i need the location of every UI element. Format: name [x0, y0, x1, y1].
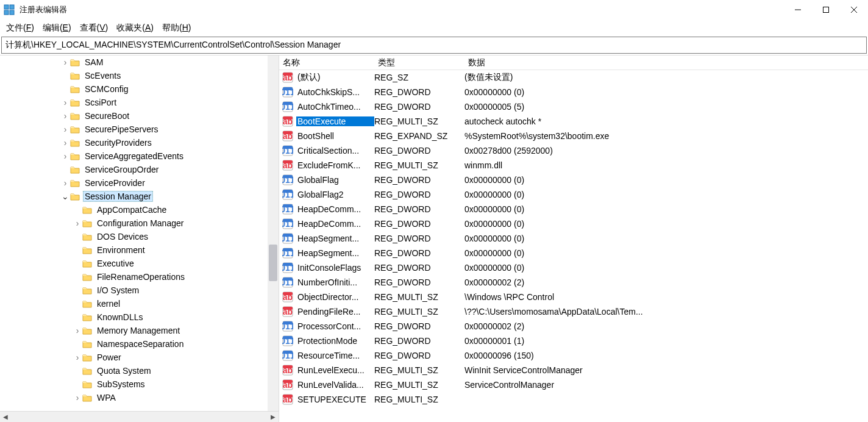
value-row[interactable]: HeapSegment...REG_DWORD0x00000000 (0) — [279, 246, 868, 260]
scroll-left-arrow[interactable]: ◀ — [0, 412, 11, 423]
close-button[interactable] — [840, 0, 868, 20]
tree-item[interactable]: ⌄Session Manager — [0, 190, 279, 203]
chevron-right-icon[interactable]: › — [61, 57, 69, 67]
string-value-icon — [282, 115, 294, 127]
menu-favorites[interactable]: 收藏夹(A) — [116, 23, 154, 34]
chevron-down-icon[interactable]: ⌄ — [61, 191, 69, 201]
tree-item[interactable]: ›SAM — [0, 55, 279, 69]
value-name: PendingFileRe... — [296, 307, 374, 316]
list-body[interactable]: (默认)REG_SZ(数值未设置)AutoChkSkipS...REG_DWOR… — [279, 70, 868, 422]
chevron-right-icon[interactable]: › — [73, 218, 82, 228]
value-row[interactable]: HeapDeComm...REG_DWORD0x00000000 (0) — [279, 216, 868, 231]
tree-item[interactable]: ›Configuration Manager — [0, 216, 279, 230]
tree-item[interactable]: kernel — [0, 297, 279, 310]
value-data: 0x00000002 (2) — [464, 277, 868, 287]
value-name: BootExecute — [296, 116, 374, 126]
chevron-right-icon[interactable]: › — [61, 111, 69, 121]
tree-item[interactable]: ›Memory Management — [0, 324, 279, 337]
chevron-right-icon[interactable]: › — [61, 124, 69, 134]
tree-item[interactable]: AppCompatCache — [0, 203, 279, 216]
chevron-right-icon[interactable]: › — [61, 138, 69, 148]
tree-item[interactable]: Executive — [0, 257, 279, 270]
menu-view[interactable]: 查看(V) — [80, 23, 108, 34]
tree-item[interactable]: ›ScsiPort — [0, 96, 279, 109]
menu-edit[interactable]: 编辑(E) — [43, 23, 71, 34]
value-row[interactable]: PendingFileRe...REG_MULTI_SZ\??\C:\Users… — [279, 304, 868, 319]
value-row[interactable]: CriticalSection...REG_DWORD0x00278d00 (2… — [279, 143, 868, 158]
column-header-type[interactable]: 类型 — [374, 57, 464, 68]
list-header: 名称 类型 数据 — [279, 55, 868, 70]
folder-icon — [82, 312, 93, 323]
value-row[interactable]: NumberOfIniti...REG_DWORD0x00000002 (2) — [279, 275, 868, 290]
address-bar[interactable]: 计算机\HKEY_LOCAL_MACHINE\SYSTEM\CurrentCon… — [1, 37, 867, 54]
value-row[interactable]: (默认)REG_SZ(数值未设置) — [279, 70, 868, 85]
chevron-right-icon[interactable]: › — [73, 352, 82, 362]
tree-item[interactable]: FileRenameOperations — [0, 270, 279, 284]
value-row[interactable]: BootExecuteREG_MULTI_SZautocheck autochk… — [279, 114, 868, 129]
binary-value-icon — [282, 145, 294, 157]
tree-item-label: ScEvents — [83, 71, 123, 80]
chevron-right-icon[interactable]: › — [61, 178, 69, 188]
tree-item[interactable]: ScEvents — [0, 69, 279, 82]
chevron-right-icon[interactable]: › — [61, 151, 69, 161]
chevron-right-icon[interactable]: › — [73, 326, 82, 335]
chevron-right-icon[interactable]: › — [61, 98, 69, 107]
tree-horizontal-scrollbar[interactable]: ◀ ▶ — [0, 411, 279, 422]
value-row[interactable]: GlobalFlag2REG_DWORD0x00000000 (0) — [279, 187, 868, 202]
value-row[interactable]: ExcludeFromK...REG_MULTI_SZwinmm.dll — [279, 158, 868, 173]
tree-item[interactable]: ›SecurityProviders — [0, 136, 279, 149]
value-row[interactable]: ProtectionModeREG_DWORD0x00000001 (1) — [279, 334, 868, 348]
tree-item[interactable]: ServiceGroupOrder — [0, 163, 279, 176]
tree-body[interactable]: ›SAMScEventsSCMConfig›ScsiPort›SecureBoo… — [0, 55, 279, 411]
scrollbar-track[interactable] — [11, 412, 268, 422]
tree-item-label: ServiceAggregatedEvents — [83, 151, 185, 161]
scroll-right-arrow[interactable]: ▶ — [268, 412, 279, 423]
tree-item-label: SecureBoot — [83, 111, 131, 121]
tree-item[interactable]: ›Power — [0, 351, 279, 364]
tree-item[interactable]: ›SecureBoot — [0, 109, 279, 123]
menu-file[interactable]: 文件(F) — [6, 23, 34, 34]
tree-item[interactable]: SubSystems — [0, 377, 279, 391]
value-type: REG_DWORD — [374, 263, 464, 273]
value-name: GlobalFlag — [296, 175, 374, 185]
tree-item[interactable]: ›ServiceAggregatedEvents — [0, 149, 279, 163]
tree-item[interactable]: Environment — [0, 243, 279, 257]
menu-help[interactable]: 帮助(H) — [162, 23, 191, 34]
value-row[interactable]: BootShellREG_EXPAND_SZ%SystemRoot%\syste… — [279, 129, 868, 143]
tree-item[interactable]: ›WPA — [0, 391, 279, 404]
column-header-name[interactable]: 名称 — [279, 57, 374, 68]
value-row[interactable]: SETUPEXECUTEREG_MULTI_SZ — [279, 392, 868, 407]
value-row[interactable]: AutoChkTimeo...REG_DWORD0x00000005 (5) — [279, 99, 868, 114]
tree-item[interactable]: I/O System — [0, 284, 279, 297]
tree-item[interactable]: Quota System — [0, 364, 279, 377]
value-row[interactable]: RunLevelValida...REG_MULTI_SZServiceCont… — [279, 377, 868, 392]
svg-rect-2 — [4, 10, 9, 15]
tree-item[interactable]: ›ServiceProvider — [0, 176, 279, 190]
titlebar: 注册表编辑器 — [0, 0, 868, 20]
value-row[interactable]: InitConsoleFlagsREG_DWORD0x00000000 (0) — [279, 260, 868, 275]
value-row[interactable]: RunLevelExecu...REG_MULTI_SZWinInit Serv… — [279, 363, 868, 377]
folder-icon — [82, 379, 93, 390]
value-type: REG_DWORD — [374, 351, 464, 360]
tree-item[interactable]: NamespaceSeparation — [0, 337, 279, 351]
tree-item[interactable]: ›SecurePipeServers — [0, 123, 279, 136]
value-type: REG_SZ — [374, 73, 464, 82]
value-row[interactable]: ResourceTime...REG_DWORD0x00000096 (150) — [279, 348, 868, 363]
value-row[interactable]: HeapDeComm...REG_DWORD0x00000000 (0) — [279, 202, 868, 216]
maximize-button[interactable] — [812, 0, 840, 20]
tree-item[interactable]: KnownDLLs — [0, 310, 279, 324]
column-header-data[interactable]: 数据 — [464, 57, 868, 68]
tree-vertical-scrollbar[interactable] — [268, 55, 279, 411]
value-row[interactable]: ProcessorCont...REG_DWORD0x00000002 (2) — [279, 319, 868, 334]
value-row[interactable]: ObjectDirector...REG_MULTI_SZ\Windows \R… — [279, 290, 868, 304]
value-name: HeapSegment... — [296, 248, 374, 258]
tree-item[interactable]: SCMConfig — [0, 82, 279, 96]
value-row[interactable]: GlobalFlagREG_DWORD0x00000000 (0) — [279, 173, 868, 187]
value-data: (数值未设置) — [464, 72, 868, 83]
value-row[interactable]: HeapSegment...REG_DWORD0x00000000 (0) — [279, 231, 868, 246]
value-row[interactable]: AutoChkSkipS...REG_DWORD0x00000000 (0) — [279, 85, 868, 99]
chevron-right-icon[interactable]: › — [73, 393, 82, 402]
minimize-button[interactable] — [784, 0, 812, 20]
tree-item[interactable]: DOS Devices — [0, 230, 279, 243]
scrollbar-thumb[interactable] — [269, 245, 277, 281]
